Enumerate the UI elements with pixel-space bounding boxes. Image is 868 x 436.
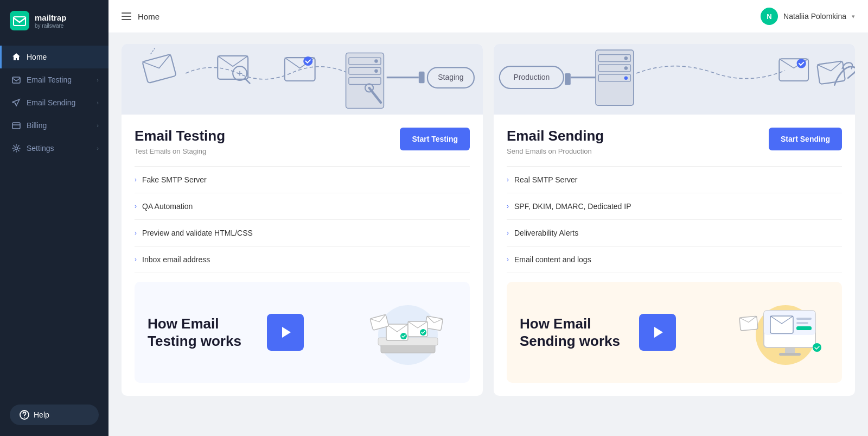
topbar-right: N Nataliia Polomkina ▾: [761, 8, 855, 25]
sidebar-item-settings[interactable]: Settings ›: [0, 137, 108, 160]
sidebar: mailtrap by railsware Home Email Testing…: [0, 0, 108, 436]
svg-point-47: [624, 77, 628, 80]
chevron-right-icon: ›: [97, 77, 99, 83]
sending-subtitle: Send Emails on Production: [507, 147, 604, 155]
svg-marker-27: [282, 327, 291, 338]
feature-inbox-email[interactable]: › Inbox email address: [135, 247, 470, 273]
inbox-svg: [348, 297, 457, 368]
svg-rect-58: [796, 318, 812, 320]
sending-card-body: Email Sending Send Emails on Production …: [494, 115, 855, 396]
feature-label: Email content and logs: [514, 255, 591, 264]
svg-point-21: [374, 59, 378, 62]
svg-rect-2: [12, 77, 20, 83]
testing-card-header: Email Testing Test Emails on Staging Sta…: [135, 128, 470, 155]
hamburger-menu[interactable]: [122, 12, 131, 20]
home-icon: [11, 52, 21, 62]
svg-point-62: [813, 343, 821, 352]
sidebar-settings-label: Settings: [27, 144, 54, 153]
feature-email-content-logs[interactable]: › Email content and logs: [507, 247, 842, 273]
play-icon: [278, 325, 293, 340]
chevron-icon-8: ›: [507, 256, 509, 263]
help-icon: [20, 410, 29, 420]
feature-deliverability-alerts[interactable]: › Deliverability Alerts: [507, 220, 842, 247]
testing-feature-list: › Fake SMTP Server › QA Automation › Pre…: [135, 166, 470, 273]
sidebar-bottom: Help: [0, 394, 108, 436]
user-dropdown-arrow[interactable]: ▾: [852, 13, 855, 20]
sending-banner: Production: [494, 44, 855, 115]
testing-play-button[interactable]: [267, 314, 304, 351]
chevron-right-icon-3: ›: [97, 122, 99, 129]
send-icon: [11, 98, 21, 108]
feature-label: Real SMTP Server: [514, 175, 577, 184]
sending-play-button[interactable]: [639, 314, 676, 351]
svg-marker-51: [654, 327, 663, 338]
svg-rect-60: [796, 326, 812, 330]
main-area: Home N Nataliia Polomkina ▾: [108, 0, 868, 436]
svg-point-45: [624, 56, 628, 60]
sidebar-item-email-sending[interactable]: Email Sending ›: [0, 91, 108, 114]
email-sending-card: Production: [494, 44, 855, 396]
chevron-icon-5: ›: [507, 176, 509, 184]
sidebar-billing-label: Billing: [27, 121, 47, 130]
testing-video-section: How Email Testing works: [135, 282, 470, 383]
sidebar-email-testing-label: Email Testing: [27, 75, 72, 84]
chevron-icon-7: ›: [507, 229, 509, 237]
testing-card-body: Email Testing Test Emails on Staging Sta…: [122, 115, 483, 396]
feature-label: SPF, DKIM, DMARC, Dedicated IP: [514, 202, 631, 211]
testing-video-title: How Email Testing works: [148, 315, 256, 350]
svg-rect-0: [10, 11, 29, 30]
svg-rect-40: [565, 73, 571, 85]
feature-preview-validate[interactable]: › Preview and validate HTML/CSS: [135, 220, 470, 247]
sidebar-item-home[interactable]: Home: [0, 46, 108, 68]
email-testing-icon: [11, 75, 21, 85]
chevron-icon-3: ›: [135, 229, 137, 237]
svg-rect-7: [122, 44, 483, 115]
topbar: Home N Nataliia Polomkina ▾: [108, 0, 868, 33]
content-grid: Staging Email Testing Test Emails on Sta…: [108, 33, 868, 436]
feature-real-smtp[interactable]: › Real SMTP Server: [507, 167, 842, 193]
staging-illustration: Staging: [122, 44, 483, 115]
svg-rect-56: [779, 353, 801, 356]
feature-label: Deliverability Alerts: [514, 229, 578, 237]
svg-point-46: [624, 66, 628, 69]
help-button[interactable]: Help: [10, 405, 99, 425]
chevron-right-icon-2: ›: [97, 99, 99, 106]
sending-title: Email Sending: [507, 128, 604, 144]
logo-sub-text: by railsware: [35, 23, 66, 29]
start-testing-button[interactable]: Start Testing: [400, 128, 470, 150]
testing-subtitle: Test Emails on Staging: [135, 147, 225, 155]
sending-video-title: How Email Sending works: [520, 315, 628, 350]
mailtrap-logo-icon: [10, 11, 29, 30]
sidebar-nav: Home Email Testing › Email Sending › Bil…: [0, 41, 108, 394]
chevron-icon-2: ›: [135, 203, 137, 210]
start-sending-button[interactable]: Start Sending: [769, 128, 842, 150]
logo-main-text: mailtrap: [35, 13, 66, 23]
sidebar-home-label: Home: [27, 53, 47, 61]
feature-label: Inbox email address: [142, 255, 210, 264]
feature-fake-smtp[interactable]: › Fake SMTP Server: [135, 167, 470, 193]
sidebar-item-email-testing[interactable]: Email Testing ›: [0, 68, 108, 91]
svg-rect-59: [796, 322, 808, 324]
svg-rect-61: [739, 316, 758, 331]
sending-feature-list: › Real SMTP Server › SPF, DKIM, DMARC, D…: [507, 166, 842, 273]
settings-icon: [11, 143, 21, 153]
avatar-initial: N: [767, 12, 771, 21]
svg-point-22: [374, 69, 378, 73]
billing-icon: [11, 121, 21, 130]
user-avatar: N: [761, 8, 778, 25]
sidebar-email-sending-label: Email Sending: [27, 98, 75, 107]
feature-spf-dkim[interactable]: › SPF, DKIM, DMARC, Dedicated IP: [507, 193, 842, 220]
production-illustration: Production: [494, 44, 855, 115]
svg-text:Staging: Staging: [438, 73, 463, 81]
svg-rect-41: [596, 50, 634, 105]
svg-rect-3: [12, 123, 20, 129]
svg-text:Production: Production: [513, 73, 550, 81]
svg-rect-24: [419, 72, 425, 83]
testing-title: Email Testing: [135, 128, 225, 144]
logo-area: mailtrap by railsware: [0, 0, 108, 41]
feature-qa-automation[interactable]: › QA Automation: [135, 193, 470, 220]
page-title: Home: [138, 12, 159, 21]
email-testing-card: Staging Email Testing Test Emails on Sta…: [122, 44, 483, 396]
svg-point-49: [797, 59, 806, 68]
sidebar-item-billing[interactable]: Billing ›: [0, 114, 108, 137]
